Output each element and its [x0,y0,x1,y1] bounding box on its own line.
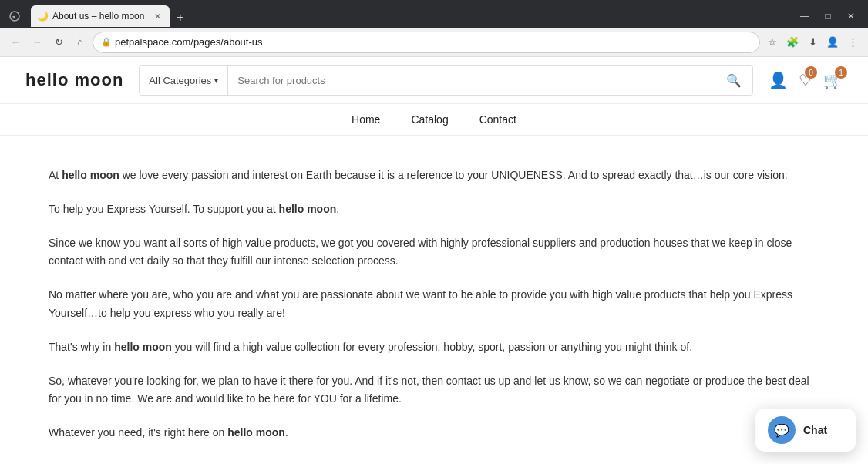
close-button[interactable]: ✕ [840,8,862,25]
browser-toolbar: ← → ↻ ⌂ 🔒 ☆ 🧩 ⬇ 👤 ⋮ [0,28,868,57]
window-controls: — □ ✕ [794,8,862,25]
profile-button[interactable]: 👤 [823,33,842,52]
site-logo: hello moon [25,70,123,90]
search-input[interactable] [228,75,715,86]
bookmark-button[interactable]: ☆ [763,33,782,52]
about-text: At hello moon we love every passion and … [49,166,819,442]
nav-contact[interactable]: Contact [479,104,516,135]
tab-close-button[interactable]: ✕ [151,10,163,22]
lock-icon: 🔒 [101,37,112,47]
cart-badge: 1 [835,66,847,79]
about-paragraph-2: To help you Express Yourself. To support… [49,200,819,219]
svg-text:▾: ▾ [12,14,15,21]
site-header: hello moon All Categories ▾ 🔍 👤 [0,57,868,104]
about-paragraph-7: Whatever you need, it's right here on he… [49,424,819,442]
downloads-button[interactable]: ⬇ [803,33,822,52]
search-bar: All Categories ▾ 🔍 [139,65,753,96]
menu-button[interactable]: ⋮ [843,33,862,52]
address-input[interactable] [115,36,752,48]
home-button[interactable]: ⌂ [71,33,89,52]
extensions-button[interactable]: 🧩 [783,33,802,52]
tab-title: About us – hello moon [52,11,146,22]
wishlist-badge: 0 [805,66,817,79]
browser-window: ▾ 🌙 About us – hello moon ✕ + — □ ✕ ← → … [0,0,868,464]
website: hello moon All Categories ▾ 🔍 👤 [0,57,868,464]
forward-button[interactable]: → [28,33,46,52]
chat-widget[interactable]: 💬 Chat [755,409,856,452]
toolbar-right: ☆ 🧩 ⬇ 👤 ⋮ [763,33,862,52]
active-tab[interactable]: 🌙 About us – hello moon ✕ [31,5,170,27]
chat-avatar: 💬 [768,416,796,444]
about-paragraph-3: Since we know you want all sorts of high… [49,234,819,271]
cart-button[interactable]: 🛒 1 [823,71,843,89]
wishlist-button[interactable]: ♡ 0 [799,71,812,89]
search-category-label: All Categories [149,75,211,86]
search-category-dropdown[interactable]: All Categories ▾ [140,66,228,95]
account-button[interactable]: 👤 [769,71,788,89]
profile-icon[interactable]: ▾ [6,8,23,25]
search-button[interactable]: 🔍 [715,66,752,95]
about-paragraph-6: So, whatever you're looking for, we plan… [49,372,819,409]
browser-controls: ▾ [6,8,23,25]
about-paragraph-1: At hello moon we love every passion and … [49,166,819,185]
header-icons: 👤 ♡ 0 🛒 1 [769,71,843,89]
about-paragraph-5: That's why in hello moon you will find a… [49,338,819,357]
search-icon: 🔍 [726,74,742,87]
site-nav: Home Catalog Contact [0,104,868,136]
tab-favicon: 🌙 [37,11,48,22]
restore-button[interactable]: □ [817,8,839,25]
minimize-button[interactable]: — [794,8,816,25]
nav-home[interactable]: Home [352,104,380,135]
chat-label: Chat [803,424,827,436]
page-content: At hello moon we love every passion and … [25,136,843,464]
account-icon: 👤 [769,71,788,89]
nav-catalog[interactable]: Catalog [411,104,448,135]
chevron-down-icon: ▾ [214,76,218,85]
back-button[interactable]: ← [6,33,25,52]
about-paragraph-4: No matter where you are, who you are and… [49,286,819,323]
chat-icon: 💬 [774,423,789,438]
address-bar[interactable]: 🔒 [93,32,760,53]
tab-strip: 🌙 About us – hello moon ✕ + [31,5,791,27]
new-tab-button[interactable]: + [171,8,190,27]
reload-button[interactable]: ↻ [49,33,68,52]
